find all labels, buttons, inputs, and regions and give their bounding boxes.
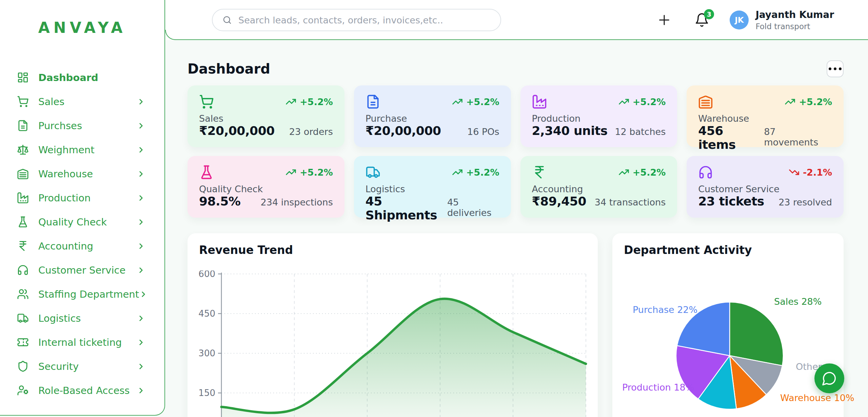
trending-up-icon xyxy=(452,167,463,178)
page-options-button[interactable] xyxy=(827,60,844,77)
stat-card-logistics[interactable]: +5.2% Logistics 45 Shipments 45 deliveri… xyxy=(354,156,511,218)
trend-indicator: +5.2% xyxy=(452,167,499,178)
trend-value: +5.2% xyxy=(300,167,333,178)
stat-cards-grid: +5.2% Sales ₹20,00,000 23 orders +5.2% P… xyxy=(188,85,844,218)
sidebar-item-role-based-access[interactable]: Role-Based Access xyxy=(0,378,164,402)
shopping-cart-icon xyxy=(17,96,29,107)
trend-value: +5.2% xyxy=(799,97,832,107)
header-divider xyxy=(175,39,868,40)
sidebar-item-staffing-department[interactable]: Staffing Department xyxy=(0,282,164,306)
sidebar-item-security[interactable]: Security xyxy=(0,354,164,378)
sidebar-item-sales[interactable]: Sales xyxy=(0,90,164,114)
stat-card-warehouse[interactable]: +5.2% Warehouse 456 items 87 movements xyxy=(687,85,844,147)
trend-value: -2.1% xyxy=(803,167,832,178)
stat-card-subvalue: 12 batches xyxy=(615,126,666,137)
trend-value: +5.2% xyxy=(633,97,666,107)
dot xyxy=(829,67,831,70)
sidebar-item-logistics[interactable]: Logistics xyxy=(0,306,164,330)
chevron-right-icon xyxy=(139,290,148,299)
headphones-icon xyxy=(698,165,713,180)
stat-card-customer-service[interactable]: -2.1% Customer Service 23 tickets 23 res… xyxy=(687,156,844,218)
stat-card-production[interactable]: +5.2% Production 2,340 units 12 batches xyxy=(520,85,677,147)
stat-card-subvalue: 45 deliveries xyxy=(447,197,499,218)
trend-indicator: +5.2% xyxy=(618,167,666,178)
stat-card-value: ₹89,450 xyxy=(532,194,586,208)
global-search[interactable] xyxy=(212,9,501,31)
stat-card-label: Sales xyxy=(199,113,333,124)
pie-label-sales: Sales 28% xyxy=(774,296,822,307)
stat-card-label: Purchase xyxy=(366,113,499,124)
revenue-trend-card: Revenue Trend 600450300150 xyxy=(188,233,598,417)
stat-card-quality-check[interactable]: +5.2% Quality Check 98.5% 234 inspection… xyxy=(188,156,344,218)
notification-badge: 3 xyxy=(704,9,714,19)
sidebar-item-label: Staffing Department xyxy=(38,289,139,300)
sidebar-item-label: Customer Service xyxy=(38,264,137,276)
stat-card-accounting[interactable]: +5.2% Accounting ₹89,450 34 transactions xyxy=(520,156,677,218)
stat-card-subvalue: 23 resolved xyxy=(778,197,832,207)
sidebar-item-label: Internal ticketing xyxy=(38,337,137,348)
trend-value: +5.2% xyxy=(300,97,333,107)
chevron-right-icon xyxy=(137,266,145,275)
chevron-right-icon xyxy=(137,170,145,178)
stat-card-label: Warehouse xyxy=(698,113,832,124)
layout-dashboard-icon xyxy=(17,72,29,83)
trending-down-icon xyxy=(789,167,800,178)
warehouse-icon xyxy=(17,168,29,180)
shield-icon xyxy=(17,360,29,372)
search-input[interactable] xyxy=(238,15,491,25)
sidebar-item-weighment[interactable]: Weighment xyxy=(0,138,164,162)
add-new-button[interactable] xyxy=(656,12,672,28)
file-text-icon xyxy=(366,94,380,109)
truck-icon xyxy=(366,165,380,180)
svg-text:600: 600 xyxy=(198,271,215,279)
chevron-right-icon xyxy=(137,362,145,371)
trend-indicator: +5.2% xyxy=(285,96,333,107)
sidebar-item-quality-check[interactable]: Quality Check xyxy=(0,210,164,234)
trend-value: +5.2% xyxy=(633,167,666,178)
trending-up-icon xyxy=(785,96,795,107)
sidebar-item-dashboard[interactable]: Dashboard xyxy=(0,65,164,90)
pie-label-production: Production 18% xyxy=(622,382,694,393)
sidebar-item-warehouse[interactable]: Warehouse xyxy=(0,162,164,186)
sidebar-item-label: Accounting xyxy=(38,240,137,252)
stat-card-value: 23 tickets xyxy=(698,194,764,208)
svg-text:450: 450 xyxy=(198,309,215,319)
indian-rupee-icon xyxy=(17,240,29,252)
stat-card-value: 456 items xyxy=(698,124,764,152)
sidebar-item-customer-service[interactable]: Customer Service xyxy=(0,258,164,282)
chat-fab-button[interactable] xyxy=(814,363,844,393)
trend-value: +5.2% xyxy=(466,167,499,178)
charts-row: Revenue Trend 600450300150 Department Ac… xyxy=(188,233,844,417)
svg-text:300: 300 xyxy=(198,348,215,358)
trend-indicator: +5.2% xyxy=(618,96,666,107)
stat-card-subvalue: 23 orders xyxy=(289,126,333,137)
sidebar-item-accounting[interactable]: Accounting xyxy=(0,234,164,258)
sidebar-item-purchses[interactable]: Purchses xyxy=(0,114,164,138)
chevron-right-icon xyxy=(137,194,145,202)
avatar[interactable]: JK xyxy=(730,11,749,29)
sidebar-item-production[interactable]: Production xyxy=(0,186,164,210)
main-content: Dashboard +5.2% Sales ₹20,00,000 23 orde… xyxy=(166,40,868,417)
stat-card-label: Accounting xyxy=(532,184,666,194)
sidebar-menu: Dashboard Sales Purchses Weighment Wareh… xyxy=(0,65,164,402)
sidebar: ANVAYA Dashboard Sales Purchses Weighmen… xyxy=(0,0,165,416)
trend-indicator: +5.2% xyxy=(785,96,832,107)
factory-icon xyxy=(17,192,29,204)
stat-card-subvalue: 87 movements xyxy=(764,126,832,147)
stat-card-sales[interactable]: +5.2% Sales ₹20,00,000 23 orders xyxy=(188,85,344,147)
users-icon xyxy=(17,288,29,300)
search-icon xyxy=(222,15,232,25)
user-subtitle: Fold transport xyxy=(755,22,834,31)
sidebar-item-label: Role-Based Access xyxy=(38,385,137,396)
user-menu[interactable]: Jayanth Kumar Fold transport xyxy=(755,9,834,31)
chevron-right-icon xyxy=(137,218,145,226)
sidebar-item-label: Security xyxy=(38,361,137,372)
stat-card-purchase[interactable]: +5.2% Purchase ₹20,00,000 16 POs xyxy=(354,85,511,147)
trend-indicator: +5.2% xyxy=(452,96,499,107)
sidebar-item-internal-ticketing[interactable]: Internal ticketing xyxy=(0,330,164,354)
sidebar-item-label: Logistics xyxy=(38,313,137,324)
stat-card-label: Quality Check xyxy=(199,184,333,194)
notifications-button[interactable]: 3 xyxy=(694,13,709,27)
stat-card-subvalue: 16 POs xyxy=(467,126,499,137)
sidebar-item-label: Purchses xyxy=(38,120,137,132)
